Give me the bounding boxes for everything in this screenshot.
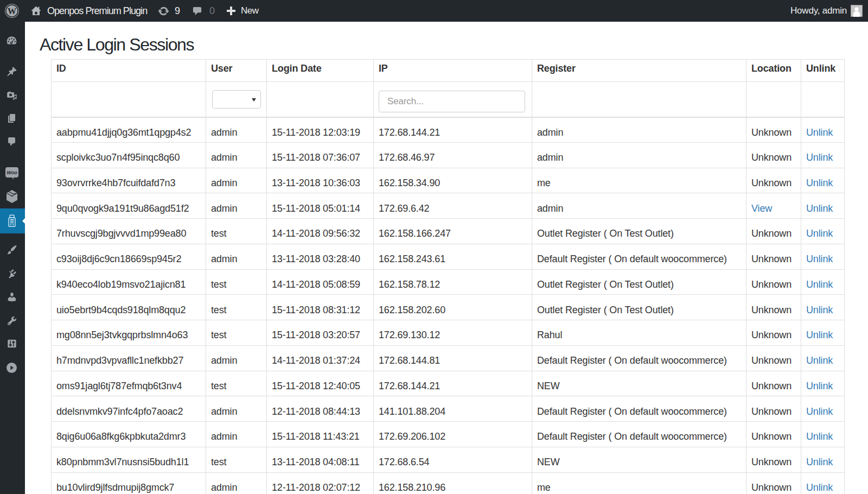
svg-text:W: W	[8, 6, 17, 16]
svg-text:Woo: Woo	[7, 170, 17, 175]
